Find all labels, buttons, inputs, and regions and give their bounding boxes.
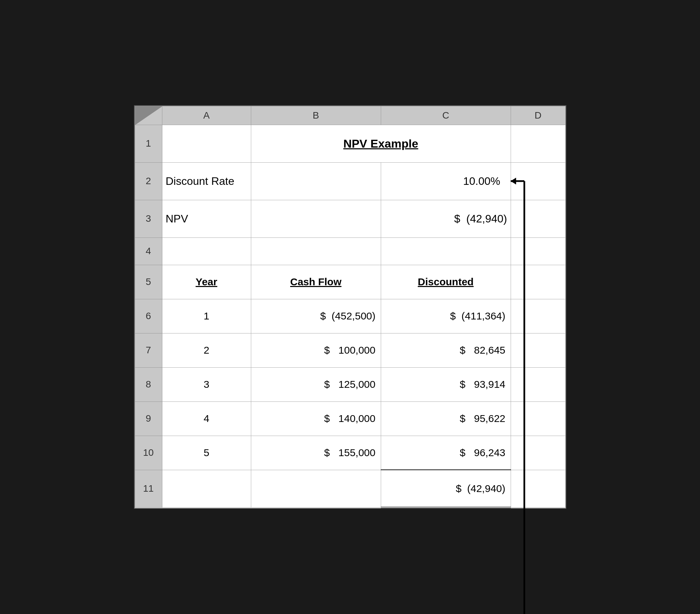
row-10: 10 5 $ 155,000 $ 96,243	[135, 436, 565, 470]
corner-triangle	[135, 106, 162, 125]
cell-d1[interactable]	[511, 125, 565, 162]
cell-c5[interactable]: Discounted	[381, 265, 511, 299]
cell-b8[interactable]: $ 125,000	[251, 367, 381, 401]
cell-a5[interactable]: Year	[162, 265, 251, 299]
spreadsheet-table: A B C D 1 NPV Example 2 Discount Rate	[135, 106, 566, 509]
cell-d4[interactable]	[511, 237, 565, 265]
cell-d11[interactable]	[511, 470, 565, 508]
cell-a6[interactable]: 1	[162, 299, 251, 333]
cell-a3[interactable]: NPV	[162, 200, 251, 237]
cell-c9[interactable]: $ 95,622	[381, 401, 511, 436]
row-header-6: 6	[135, 299, 162, 333]
spreadsheet: A B C D 1 NPV Example 2 Discount Rate	[134, 105, 566, 509]
cell-a2[interactable]: Discount Rate	[162, 162, 251, 200]
cell-d9[interactable]	[511, 401, 565, 436]
col-header-d: D	[511, 106, 565, 125]
row-header-5: 5	[135, 265, 162, 299]
cell-d8[interactable]	[511, 367, 565, 401]
col-header-a: A	[162, 106, 251, 125]
cell-a8[interactable]: 3	[162, 367, 251, 401]
cell-c3[interactable]: $ (42,940)	[381, 200, 511, 237]
corner-header	[135, 106, 162, 125]
cell-d6[interactable]	[511, 299, 565, 333]
cell-b5[interactable]: Cash Flow	[251, 265, 381, 299]
row-6: 6 1 $ (452,500) $ (411,364)	[135, 299, 565, 333]
cell-b11[interactable]	[251, 470, 381, 508]
row-7: 7 2 $ 100,000 $ 82,645	[135, 333, 565, 367]
row-11: 11 $ (42,940)	[135, 470, 565, 508]
cell-b7[interactable]: $ 100,000	[251, 333, 381, 367]
row-9: 9 4 $ 140,000 $ 95,622	[135, 401, 565, 436]
row-header-11: 11	[135, 470, 162, 508]
cell-b4[interactable]	[251, 237, 381, 265]
cell-b2[interactable]	[251, 162, 381, 200]
cell-c7[interactable]: $ 82,645	[381, 333, 511, 367]
row-5: 5 Year Cash Flow Discounted	[135, 265, 565, 299]
cell-b1[interactable]: NPV Example	[251, 125, 511, 162]
cell-b3[interactable]	[251, 200, 381, 237]
cell-d5[interactable]	[511, 265, 565, 299]
cell-b10[interactable]: $ 155,000	[251, 436, 381, 470]
row-4: 4	[135, 237, 565, 265]
cell-d2[interactable]	[511, 162, 565, 200]
cell-a9[interactable]: 4	[162, 401, 251, 436]
cell-c6[interactable]: $ (411,364)	[381, 299, 511, 333]
row-header-9: 9	[135, 401, 162, 436]
cell-d10[interactable]	[511, 436, 565, 470]
row-8: 8 3 $ 125,000 $ 93,914	[135, 367, 565, 401]
row-header-8: 8	[135, 367, 162, 401]
cell-c8[interactable]: $ 93,914	[381, 367, 511, 401]
row-header-1: 1	[135, 125, 162, 162]
cell-a11[interactable]	[162, 470, 251, 508]
col-header-row: A B C D	[135, 106, 565, 125]
cell-a1[interactable]	[162, 125, 251, 162]
cell-d3[interactable]	[511, 200, 565, 237]
row-header-7: 7	[135, 333, 162, 367]
cell-a4[interactable]	[162, 237, 251, 265]
cell-a10[interactable]: 5	[162, 436, 251, 470]
row-header-3: 3	[135, 200, 162, 237]
row-header-10: 10	[135, 436, 162, 470]
cell-d7[interactable]	[511, 333, 565, 367]
row-header-2: 2	[135, 162, 162, 200]
cell-c11[interactable]: $ (42,940)	[381, 470, 511, 508]
row-1: 1 NPV Example	[135, 125, 565, 162]
col-header-b: B	[251, 106, 381, 125]
spreadsheet-container: A B C D 1 NPV Example 2 Discount Rate	[127, 98, 573, 516]
cell-b9[interactable]: $ 140,000	[251, 401, 381, 436]
cell-a7[interactable]: 2	[162, 333, 251, 367]
row-3: 3 NPV $ (42,940)	[135, 200, 565, 237]
col-header-c: C	[381, 106, 511, 125]
cell-c10[interactable]: $ 96,243	[381, 436, 511, 470]
row-header-4: 4	[135, 237, 162, 265]
cell-c4[interactable]	[381, 237, 511, 265]
cell-c2[interactable]: 10.00%	[381, 162, 511, 200]
row-2: 2 Discount Rate 10.00%	[135, 162, 565, 200]
cell-b6[interactable]: $ (452,500)	[251, 299, 381, 333]
